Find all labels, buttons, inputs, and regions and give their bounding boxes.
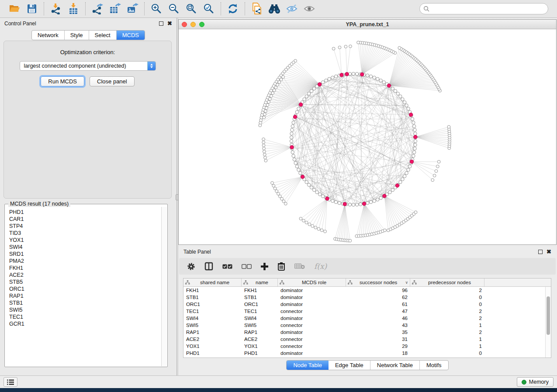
show-panel-list-button[interactable]: [3, 377, 17, 387]
column-header-name[interactable]: name: [242, 279, 278, 286]
export-network-button[interactable]: [90, 2, 105, 16]
save-icon: [27, 3, 37, 14]
table-row[interactable]: YOX1YOX1connector291: [183, 343, 551, 350]
save-button[interactable]: [24, 2, 39, 16]
show-columns-button[interactable]: [204, 262, 213, 271]
table-cell: RAP1: [242, 329, 278, 336]
float-table-panel-icon[interactable]: [538, 250, 543, 254]
tab-network[interactable]: Network: [32, 31, 65, 40]
delete-table-icon: [294, 263, 305, 269]
table-row[interactable]: SWI5SWI5connector431: [183, 322, 551, 329]
table-cell: TEC1: [242, 308, 278, 315]
delete-column-button[interactable]: [277, 262, 285, 271]
duplicate-network-button[interactable]: [249, 2, 264, 16]
mcds-result-item[interactable]: PHD1: [9, 209, 161, 216]
table-cell: dominator: [278, 329, 346, 336]
table-settings-button[interactable]: [187, 262, 195, 271]
import-network-button[interactable]: [48, 2, 63, 16]
zoom-fit-button[interactable]: [184, 2, 199, 16]
mcds-result-item[interactable]: YOX1: [9, 237, 161, 244]
tab-network-table[interactable]: Network Table: [370, 361, 420, 370]
memory-button[interactable]: Memory: [517, 377, 554, 387]
duplicate-network-icon: [251, 3, 263, 15]
mcds-result-item[interactable]: ACE2: [9, 272, 161, 279]
import-table-icon: [68, 3, 79, 14]
mcds-result-item[interactable]: ORC1: [9, 285, 161, 292]
table-row[interactable]: RAP1RAP1dominator352: [183, 329, 551, 336]
mcds-result-list[interactable]: PHD1CAR1STP4TID3YOX1SWI4SRD1PMA2FKH1ACE2…: [5, 207, 161, 366]
network-canvas[interactable]: [179, 29, 556, 244]
column-type-tree-icon: [280, 280, 284, 285]
network-window-titlebar[interactable]: YPA_prune.txt_1: [179, 20, 556, 29]
mcds-result-item[interactable]: TID3: [9, 230, 161, 237]
tab-select[interactable]: Select: [89, 31, 117, 40]
table-row[interactable]: FKH1FKH1dominator962: [183, 287, 551, 294]
column-header-label: shared name: [190, 280, 239, 285]
mcds-result-item[interactable]: STB5: [9, 279, 161, 285]
mcds-result-item[interactable]: TEC1: [9, 313, 161, 320]
list-icon: [7, 379, 14, 385]
column-header-predecessor-nodes[interactable]: predecessor nodes: [410, 279, 484, 286]
table-scrollbar-thumb[interactable]: [547, 296, 550, 335]
column-header-successor-nodes[interactable]: successor nodes∨: [346, 279, 410, 286]
column-header-label: MCDS role: [284, 280, 344, 285]
show-all-button[interactable]: [302, 2, 317, 16]
close-panel-icon[interactable]: ✖: [167, 21, 172, 26]
search-input[interactable]: [432, 6, 544, 12]
export-table-button[interactable]: [107, 2, 122, 16]
tab-node-table[interactable]: Node Table: [287, 361, 329, 370]
tab-edge-table[interactable]: Edge Table: [329, 361, 370, 370]
mcds-result-item[interactable]: CAR1: [9, 216, 161, 223]
mcds-result-item[interactable]: SWI4: [9, 244, 161, 251]
table-row[interactable]: PHD1PHD1dominator180: [183, 350, 551, 357]
table-cell: ACE2: [242, 336, 278, 343]
export-image-button[interactable]: [125, 2, 140, 16]
delete-table-button-disabled: [294, 263, 305, 269]
tab-motifs[interactable]: Motifs: [420, 361, 448, 370]
column-header-shared-name[interactable]: shared name: [183, 279, 242, 286]
tab-style[interactable]: Style: [65, 31, 89, 40]
add-column-button[interactable]: [261, 263, 268, 270]
mcds-result-item[interactable]: GCR1: [9, 320, 161, 327]
mcds-result-item[interactable]: RAP1: [9, 292, 161, 299]
network-window-title: YPA_prune.txt_1: [179, 21, 556, 28]
table-cell: TEC1: [183, 308, 242, 315]
run-mcds-button[interactable]: Run MCDS: [41, 76, 84, 86]
mcds-result-item[interactable]: SRD1: [9, 251, 161, 258]
hide-selected-button[interactable]: [284, 2, 299, 16]
table-cell: STB1: [242, 294, 278, 301]
mcds-result-item[interactable]: PMA2: [9, 258, 161, 265]
table-row[interactable]: STB1STB1dominator620: [183, 294, 551, 301]
table-row[interactable]: SWI4SWI4dominator462: [183, 315, 551, 322]
tab-mcds[interactable]: MCDS: [117, 31, 145, 40]
table-row[interactable]: ORC1ORC1dominator610: [183, 301, 551, 308]
open-button[interactable]: [7, 2, 22, 16]
search-field[interactable]: [419, 3, 548, 14]
mcds-list-scrollbar[interactable]: [161, 207, 167, 366]
mcds-result-item[interactable]: FKH1: [9, 265, 161, 272]
zoom-out-button[interactable]: [166, 2, 181, 16]
table-scrollbar[interactable]: [545, 287, 551, 358]
table-cell: 46: [346, 315, 410, 322]
zoom-selected-button[interactable]: [201, 2, 216, 16]
float-panel-icon[interactable]: [159, 21, 163, 26]
mcds-result-item[interactable]: STP4: [9, 223, 161, 230]
mcds-result-item[interactable]: SWI5: [9, 306, 161, 313]
select-all-button[interactable]: [222, 264, 232, 269]
optimization-criterion-select[interactable]: largest connected component (undirected): [20, 61, 156, 71]
close-panel-button[interactable]: Close panel: [90, 76, 135, 86]
table-cell: 0: [410, 301, 484, 308]
table-cell: ORC1: [242, 301, 278, 308]
table-row[interactable]: TEC1TEC1connector472: [183, 308, 551, 315]
zoom-in-button[interactable]: [149, 2, 164, 16]
import-table-button[interactable]: [66, 2, 81, 16]
node-table: shared namenameMCDS rolesuccessor nodes∨…: [183, 278, 551, 358]
mcds-result-item[interactable]: STB1: [9, 299, 161, 306]
deselect-all-button[interactable]: [242, 264, 252, 269]
table-row[interactable]: ACE2ACE2connector311: [183, 336, 551, 343]
refresh-button[interactable]: [225, 2, 240, 16]
column-header-label: predecessor nodes: [417, 280, 482, 285]
close-table-panel-icon[interactable]: ✖: [547, 250, 551, 254]
find-button[interactable]: [267, 2, 282, 16]
column-header-MCDS-role[interactable]: MCDS role: [278, 279, 346, 286]
